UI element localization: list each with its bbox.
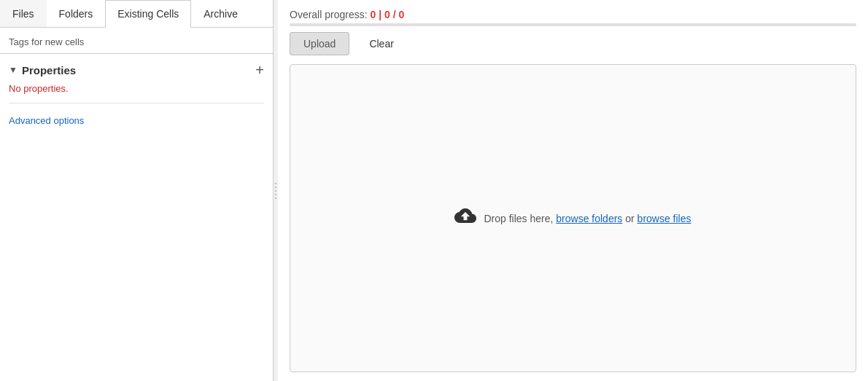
upload-button[interactable]: Upload: [290, 32, 349, 55]
drop-zone[interactable]: Drop files here, browse folders or brows…: [290, 64, 856, 372]
tab-folders[interactable]: Folders: [47, 0, 106, 27]
drop-text: Drop files here, browse folders or brows…: [484, 213, 691, 224]
divider-dot: [275, 194, 276, 195]
tab-files[interactable]: Files: [0, 0, 47, 27]
progress-bar: [290, 23, 856, 26]
progress-label: Overall progress:: [290, 9, 368, 20]
divider-dot: [275, 190, 276, 192]
progress-text: Overall progress: 0 | 0 / 0: [290, 9, 856, 20]
or-text: or: [625, 213, 637, 224]
properties-header: ▼ Properties +: [9, 63, 264, 77]
add-property-icon[interactable]: +: [255, 63, 264, 77]
browse-folders-link[interactable]: browse folders: [556, 213, 622, 224]
tags-section: Tags for new cells: [0, 28, 273, 54]
clear-button[interactable]: Clear: [355, 32, 407, 55]
divider-dot: [275, 183, 276, 184]
divider-dot: [275, 197, 276, 199]
progress-values: 0 | 0 / 0: [370, 9, 404, 20]
progress-section: Overall progress: 0 | 0 / 0: [290, 9, 856, 26]
no-properties-text: No properties.: [9, 83, 264, 94]
tab-archive[interactable]: Archive: [191, 0, 250, 27]
drop-zone-content: Drop files here, browse folders or brows…: [454, 205, 691, 232]
browse-files-link[interactable]: browse files: [638, 213, 691, 224]
action-buttons: Upload Clear: [290, 32, 856, 55]
left-panel: Files Folders Existing Cells Archive Tag…: [0, 0, 274, 381]
advanced-options-link[interactable]: Advanced options: [9, 115, 264, 126]
tab-existing-cells[interactable]: Existing Cells: [105, 0, 191, 28]
right-panel: Overall progress: 0 | 0 / 0 Upload Clear…: [278, 0, 868, 381]
upload-cloud-icon: [454, 205, 476, 232]
properties-label: Properties: [22, 64, 76, 76]
properties-section: ▼ Properties + No properties. Advanced o…: [0, 54, 273, 135]
chevron-down-icon[interactable]: ▼: [9, 65, 18, 75]
drop-text-before: Drop files here,: [484, 213, 553, 224]
tab-bar: Files Folders Existing Cells Archive: [0, 0, 273, 28]
tags-label: Tags for new cells: [9, 36, 84, 47]
properties-title-row: ▼ Properties: [9, 64, 76, 76]
divider-dot: [275, 186, 276, 188]
